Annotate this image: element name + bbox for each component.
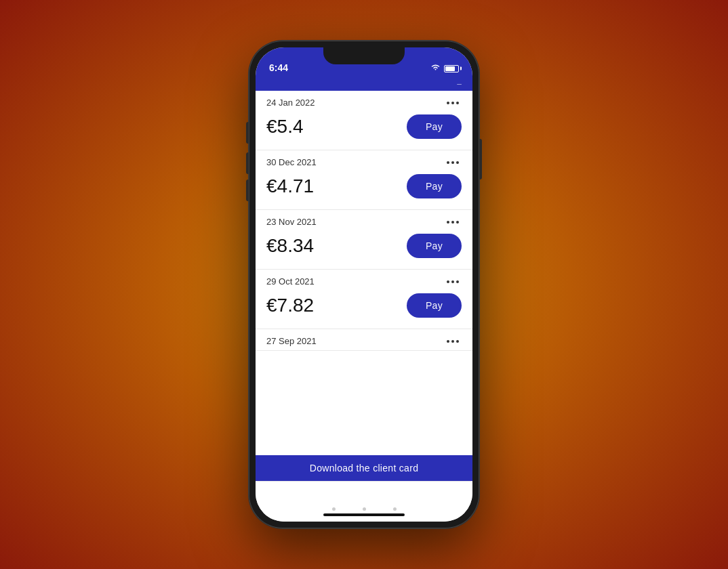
invoice-date-2: 30 Dec 2021 [266,157,317,167]
pay-button-4[interactable]: Pay [407,293,462,318]
invoice-body-1: €5.4 Pay [256,112,472,150]
nav-dot-3 [393,507,397,511]
more-options-button-4[interactable] [444,278,462,286]
battery-icon [444,65,459,72]
dot-3 [456,280,459,283]
status-time: 6:44 [269,62,288,73]
invoice-date-4: 29 Oct 2021 [266,276,315,287]
invoice-amount-1: €5.4 [266,116,304,138]
invoice-amount-2: €4.71 [266,175,314,197]
more-options-button-5[interactable] [444,337,462,345]
dot-3 [456,221,459,224]
invoice-header-2: 30 Dec 2021 [256,150,472,171]
wifi-icon [430,64,441,73]
app-header: – [256,77,472,91]
battery-fill [445,66,455,71]
status-icons [430,64,459,73]
phone-screen: 6:44 – [256,47,472,522]
invoice-list[interactable]: 24 Jan 2022 €5.4 Pay 30 Dec 2021 [256,91,472,455]
dot-3 [456,340,459,343]
bottom-nav-tabs [332,507,397,511]
dot-2 [451,280,454,283]
invoice-item-5: 27 Sep 2021 [256,329,472,351]
dot-2 [451,340,454,343]
dot-1 [447,280,449,283]
pay-button-3[interactable]: Pay [407,234,462,258]
dot-3 [456,161,459,164]
home-indicator [323,513,405,516]
invoice-body-3: €8.34 Pay [256,231,472,269]
more-options-button-2[interactable] [444,159,462,167]
invoice-item-1: 24 Jan 2022 €5.4 Pay [256,91,472,150]
invoice-header-3: 23 Nov 2021 [256,210,472,231]
nav-dot-2 [363,507,366,511]
invoice-body-2: €4.71 Pay [256,171,472,209]
dot-2 [451,161,454,164]
invoice-body-4: €7.82 Pay [256,291,472,329]
dot-1 [447,102,449,104]
invoice-amount-4: €7.82 [266,295,314,316]
invoice-header-5: 27 Sep 2021 [256,329,472,350]
dot-2 [451,221,454,224]
pay-button-1[interactable]: Pay [407,114,462,139]
invoice-item-2: 30 Dec 2021 €4.71 Pay [256,150,472,210]
download-bar: Download the client card [256,455,472,481]
phone-notch [323,47,405,64]
invoice-header-1: 24 Jan 2022 [256,91,472,112]
bottom-area [256,481,472,522]
invoice-item-4: 29 Oct 2021 €7.82 Pay [256,270,472,329]
dot-3 [456,102,459,104]
invoice-date-1: 24 Jan 2022 [266,98,315,108]
download-client-card-button[interactable]: Download the client card [266,463,462,473]
more-options-button-1[interactable] [444,99,462,107]
dot-2 [451,102,454,104]
nav-dot-1 [332,507,336,511]
invoice-date-5: 27 Sep 2021 [266,336,317,346]
invoice-item-3: 23 Nov 2021 €8.34 Pay [256,210,472,270]
app-header-dash: – [457,79,462,89]
dot-1 [447,340,449,343]
more-options-button-3[interactable] [444,218,462,226]
invoice-header-4: 29 Oct 2021 [256,270,472,291]
invoice-amount-3: €8.34 [266,235,314,257]
phone-device: 6:44 – [249,41,479,528]
invoice-date-3: 23 Nov 2021 [266,217,317,227]
pay-button-2[interactable]: Pay [407,174,462,198]
dot-1 [447,161,449,164]
dot-1 [447,221,449,224]
